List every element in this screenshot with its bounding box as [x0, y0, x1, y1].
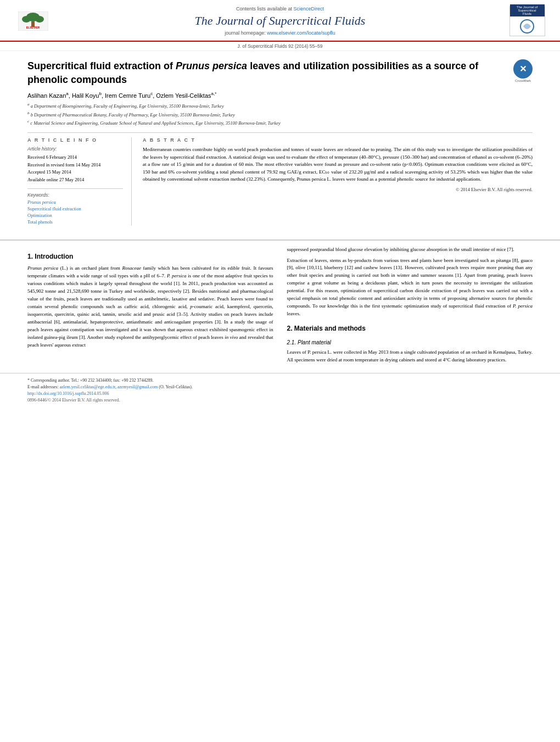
crossmark-label: CrossMark — [513, 79, 533, 82]
keyword-1: Supercritical fluid extraction — [27, 206, 123, 211]
svg-text:ELSEVIER: ELSEVIER — [26, 26, 40, 29]
email1-link[interactable]: azlem.yesil.celiktas@ege.edu.tr — [60, 384, 115, 389]
history-label: Article history: — [27, 146, 123, 152]
affil-b: b b Department of Pharmaceutical Botany,… — [27, 111, 533, 119]
keywords-label: Keywords: — [27, 192, 123, 198]
svg-point-2 — [22, 16, 31, 23]
title-italic: Prunus persica — [176, 60, 247, 71]
contents-text: Contents lists available at — [236, 6, 292, 12]
homepage-label: journal homepage: — [225, 30, 266, 36]
section1-title: 1. Introduction — [27, 252, 273, 262]
article-title: Supercritical fluid extraction of Prunus… — [27, 59, 508, 87]
journal-logo-right: The Journal ofSupercriticalFluids — [505, 4, 549, 37]
received-date: Received 6 February 2014 — [27, 154, 123, 161]
logo-box-top: The Journal ofSupercriticalFluids — [510, 4, 545, 16]
sciencedirect-link[interactable]: ScienceDirect — [294, 6, 324, 12]
crossmark-icon: ✕ — [519, 64, 527, 74]
elsevier-tree-icon: ELSEVIER — [18, 12, 48, 31]
homepage-url[interactable]: www.elsevier.com/locate/supflu — [267, 30, 335, 36]
section2-title: 2. Materials and methods — [287, 323, 533, 334]
keywords-list: Prunus persica Supercritical fluid extra… — [27, 199, 123, 225]
journal-header: ELSEVIER Contents lists available at Sci… — [0, 0, 560, 42]
article-title-section: Supercritical fluid extraction of Prunus… — [27, 59, 533, 87]
crossmark-circle: ✕ — [513, 59, 533, 79]
abstract-heading: A B S T R A C T — [143, 137, 533, 143]
info-abstract-section: A R T I C L E I N F O Article history: R… — [27, 132, 533, 225]
doi-line[interactable]: http://dx.doi.org/10.1016/j.supflu.2014.… — [27, 391, 533, 396]
abstract-col: A B S T R A C T Mediterranean countries … — [143, 137, 533, 225]
journal-homepage: journal homepage: www.elsevier.com/locat… — [55, 30, 505, 36]
issn-line: 0896-8446/© 2014 Elsevier B.V. All right… — [27, 398, 533, 403]
article-info-heading: A R T I C L E I N F O — [27, 137, 123, 143]
journal-title: The Journal of Supercritical Fluids — [55, 14, 505, 28]
affiliations: a a Department of Bioengineering, Facult… — [27, 102, 533, 127]
article-content: Supercritical fluid extraction of Prunus… — [0, 51, 560, 234]
article-dates: Received 6 February 2014 Received in rev… — [27, 154, 123, 183]
email2-link[interactable]: azemyesil@gmail.com — [117, 384, 158, 389]
affil-b-text: b Department of Pharmaceutical Botany, F… — [31, 112, 235, 118]
copyright: © 2014 Elsevier B.V. All rights reserved… — [143, 187, 533, 192]
footer: * Corresponding author. Tel.: +90 232 34… — [0, 373, 560, 407]
intro-para1: Prunus persica (L.) is an orchard plant … — [27, 265, 273, 349]
header-center: Contents lists available at ScienceDirec… — [55, 6, 505, 36]
abstract-text: Mediterranean countries contribute highl… — [143, 146, 533, 183]
received-revised-date: Received in revised form 14 May 2014 — [27, 161, 123, 169]
svg-point-3 — [35, 16, 44, 23]
email2-name: (O. Yesil-Celiktas). — [159, 384, 193, 389]
body-col-right: suppressed postprandial blood glucose el… — [287, 246, 533, 367]
corresponding-note: * Corresponding author. Tel.: +90 232 34… — [27, 378, 533, 383]
affil-a-text: a Department of Bioengineering, Faculty … — [31, 103, 224, 109]
intro-para3: Extraction of leaves, stems as by-produc… — [287, 257, 533, 319]
keyword-3: Total phenols — [27, 219, 123, 225]
intro-para2: suppressed postprandial blood glucose el… — [287, 246, 533, 254]
abstract-content: Mediterranean countries contribute highl… — [143, 147, 533, 182]
elsevier-logo: ELSEVIER — [11, 7, 55, 35]
plant-material-text: Leaves of P. persica L. were collected i… — [287, 349, 533, 364]
journal-ref: J. of Supercritical Fluids 92 (2014) 55–… — [0, 42, 560, 51]
crossmark-badge[interactable]: ✕ CrossMark — [513, 59, 533, 79]
journal-logo-box: The Journal ofSupercriticalFluids — [509, 6, 545, 36]
keyword-0: Prunus persica — [27, 199, 123, 205]
affil-a: a a Department of Bioengineering, Facult… — [27, 102, 533, 110]
affil-c: c c Material Science and Engineering, Gr… — [27, 119, 533, 127]
page: ELSEVIER Contents lists available at Sci… — [0, 0, 560, 742]
email-label: E-mail addresses: — [27, 384, 59, 389]
accepted-date: Accepted 15 May 2014 — [27, 169, 123, 176]
keyword-2: Optimization — [27, 213, 123, 218]
body-columns: 1. Introduction Prunus persica (L.) is a… — [27, 246, 533, 367]
available-date: Available online 27 May 2014 — [27, 176, 123, 184]
affil-c-text: c Material Science and Engineering, Grad… — [30, 120, 280, 126]
info-divider — [27, 188, 123, 189]
title-start: Supercritical fluid extraction of — [27, 60, 176, 71]
email-note: E-mail addresses: azlem.yesil.celiktas@e… — [27, 384, 533, 389]
article-info-col: A R T I C L E I N F O Article history: R… — [27, 137, 132, 225]
authors: Aslihan Kazana, Halil Koyub, Irem Cemre … — [27, 91, 533, 99]
contents-available: Contents lists available at ScienceDirec… — [55, 6, 505, 12]
logo-box-content — [512, 16, 542, 37]
section2-1-title: 2.1. Plant material — [287, 338, 533, 347]
main-body: 1. Introduction Prunus persica (L.) is a… — [0, 239, 560, 373]
corresponding-note-text: * Corresponding author. Tel.: +90 232 34… — [27, 378, 153, 383]
body-col-left: 1. Introduction Prunus persica (L.) is a… — [27, 246, 273, 367]
